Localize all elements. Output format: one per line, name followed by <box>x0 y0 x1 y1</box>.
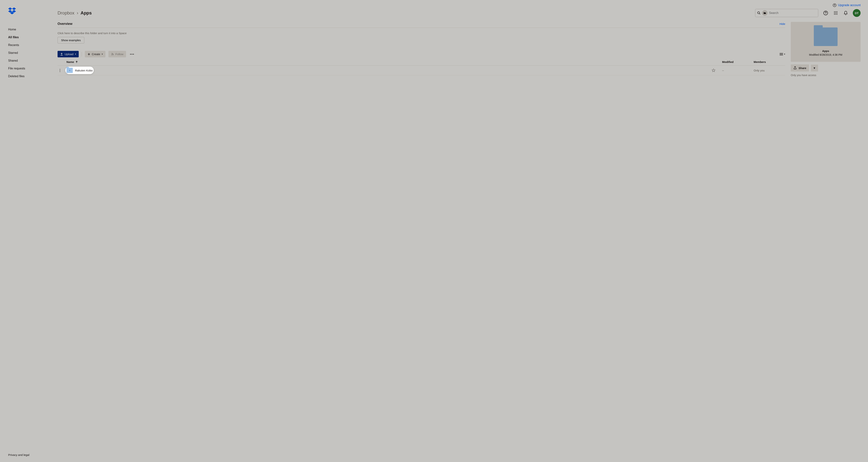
preview-folder-name: Apps <box>796 50 855 53</box>
star-icon[interactable] <box>712 68 715 72</box>
hide-overview-link[interactable]: Hide <box>779 22 785 25</box>
sort-asc-icon <box>75 61 78 63</box>
folder-icon: ✦ <box>66 68 73 73</box>
breadcrumb: Dropbox › Apps <box>58 10 92 16</box>
share-icon <box>794 66 797 70</box>
row-checkbox[interactable] <box>60 69 60 72</box>
column-modified[interactable]: Modified <box>722 60 754 63</box>
content-row: Overview Hide Click here to describe thi… <box>58 22 861 76</box>
apps-grid-icon[interactable] <box>833 10 839 16</box>
svg-marker-26 <box>712 69 715 72</box>
svg-marker-0 <box>8 7 12 10</box>
privacy-legal-link[interactable]: Privacy and legal <box>8 453 29 456</box>
sidebar-footer: Privacy and legal <box>0 450 58 462</box>
breadcrumb-separator: › <box>77 10 78 16</box>
header-row: Dropbox › Apps <box>58 8 861 17</box>
breadcrumb-root[interactable]: Dropbox <box>58 10 74 16</box>
svg-point-16 <box>834 14 835 15</box>
caret-down-icon: ▼ <box>813 66 816 70</box>
column-name[interactable]: Name <box>66 60 722 63</box>
puzzle-icon: ✦ <box>68 69 71 72</box>
plus-icon <box>87 53 90 56</box>
svg-point-13 <box>834 12 835 13</box>
nav-all-files[interactable]: All files <box>0 33 58 41</box>
svg-point-18 <box>837 14 837 15</box>
dropbox-logo-icon[interactable] <box>8 7 58 14</box>
svg-point-11 <box>835 11 836 12</box>
app-root: Home All files Recents Starred Shared Fi… <box>0 0 868 462</box>
svg-point-15 <box>837 12 837 13</box>
svg-point-9 <box>826 14 826 14</box>
nav-recents[interactable]: Recents <box>0 41 58 49</box>
chevron-down-icon: ▾ <box>75 53 76 55</box>
svg-point-6 <box>757 12 760 14</box>
share-label: Share <box>799 66 806 70</box>
topbar: Upgrade account <box>58 0 861 8</box>
details-panel: Apps Modified 8/28/2019, 4:36 PM Share ▼… <box>791 22 861 76</box>
upload-label: Upload <box>65 53 73 56</box>
account-avatar[interactable]: DT <box>853 9 861 17</box>
svg-point-17 <box>835 14 836 15</box>
content-main: Overview Hide Click here to describe thi… <box>58 22 785 76</box>
action-toolbar: Upload ▾ Create ▾ <box>58 51 785 57</box>
svg-point-19 <box>112 55 112 55</box>
sidebar: Home All files Recents Starred Shared Fi… <box>0 0 58 462</box>
follow-label: Follow <box>116 53 123 56</box>
row-item-name: Rakuten Kobo <box>75 69 93 72</box>
list-view-icon <box>780 53 783 56</box>
more-actions-icon[interactable] <box>129 51 135 57</box>
access-label: Only you have access <box>791 74 861 76</box>
svg-marker-1 <box>12 7 16 10</box>
row-name-cell[interactable]: ✦ Rakuten Kobo <box>66 68 93 73</box>
upgrade-account-link[interactable]: Upgrade account <box>833 3 861 7</box>
overview-description-placeholder[interactable]: Click here to describe this folder and t… <box>58 28 785 37</box>
table-header: Name Modified Members <box>58 57 785 65</box>
nav-file-requests[interactable]: File requests <box>0 65 58 72</box>
share-button[interactable]: Share <box>791 64 809 71</box>
row-modified: -- <box>722 69 754 72</box>
header-icons: DT <box>823 9 861 17</box>
share-row: Share ▼ <box>791 64 861 71</box>
upgrade-icon <box>833 3 836 7</box>
breadcrumb-current: Apps <box>81 10 92 16</box>
chevron-down-icon: ▾ <box>102 53 103 55</box>
logo-wrap <box>0 7 58 14</box>
overview-header: Overview Hide <box>58 22 785 28</box>
column-members[interactable]: Members <box>754 60 785 63</box>
create-label: Create <box>92 53 100 56</box>
upgrade-label: Upgrade account <box>838 3 861 7</box>
svg-point-22 <box>133 54 134 54</box>
table-row[interactable]: ✦ Rakuten Kobo -- Only you <box>58 65 785 75</box>
search-icon <box>757 11 761 15</box>
sidebar-nav: Home All files Recents Starred Shared Fi… <box>0 26 58 450</box>
main-area: Upgrade account Dropbox › Apps <box>58 0 868 462</box>
overview-title: Overview <box>58 22 72 26</box>
nav-home[interactable]: Home <box>0 26 58 33</box>
svg-point-10 <box>834 11 835 12</box>
preview-card: Apps Modified 8/28/2019, 4:36 PM <box>791 22 861 62</box>
column-name-label: Name <box>66 60 74 63</box>
preview-modified-label: Modified 8/28/2019, 4:36 PM <box>796 53 855 56</box>
view-toggle[interactable]: ▾ <box>780 53 785 56</box>
search-input[interactable] <box>769 11 816 15</box>
svg-point-12 <box>837 11 837 12</box>
svg-point-20 <box>130 54 131 54</box>
upload-icon <box>60 53 63 56</box>
nav-starred[interactable]: Starred <box>0 49 58 57</box>
chevron-down-icon: ▾ <box>784 53 785 55</box>
nav-shared[interactable]: Shared <box>0 57 58 65</box>
notifications-icon[interactable] <box>843 10 849 16</box>
show-examples-button[interactable]: Show examples <box>58 37 84 43</box>
search-box[interactable] <box>755 9 818 17</box>
svg-point-21 <box>132 54 132 54</box>
toolbar-separator <box>82 52 82 57</box>
search-scope-folder-icon[interactable] <box>762 10 768 16</box>
upload-button[interactable]: Upload ▾ <box>58 51 79 57</box>
help-icon[interactable] <box>823 10 829 16</box>
row-members: Only you <box>754 69 785 72</box>
follow-button[interactable]: Follow <box>108 51 126 57</box>
create-button[interactable]: Create ▾ <box>85 51 105 57</box>
svg-point-14 <box>835 12 836 13</box>
nav-deleted-files[interactable]: Deleted files <box>0 72 58 80</box>
share-options-button[interactable]: ▼ <box>811 65 818 71</box>
